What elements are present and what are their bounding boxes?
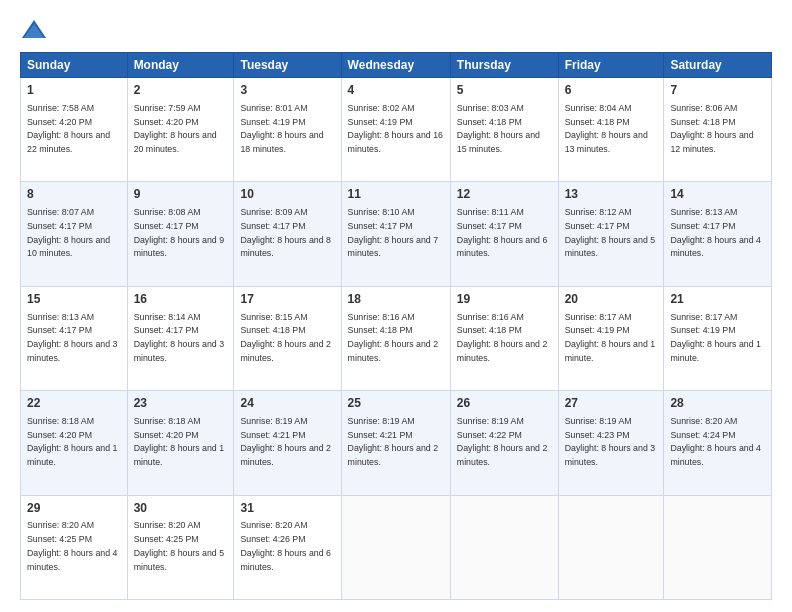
header	[20, 16, 772, 44]
col-wednesday: Wednesday	[341, 53, 450, 78]
col-thursday: Thursday	[450, 53, 558, 78]
day-info: Sunrise: 8:20 AMSunset: 4:25 PMDaylight:…	[134, 520, 224, 571]
calendar-cell: 9 Sunrise: 8:08 AMSunset: 4:17 PMDayligh…	[127, 182, 234, 286]
calendar-week-4: 22 Sunrise: 8:18 AMSunset: 4:20 PMDaylig…	[21, 391, 772, 495]
day-number: 8	[27, 186, 121, 203]
calendar-cell: 19 Sunrise: 8:16 AMSunset: 4:18 PMDaylig…	[450, 286, 558, 390]
day-number: 7	[670, 82, 765, 99]
day-number: 23	[134, 395, 228, 412]
calendar-cell: 14 Sunrise: 8:13 AMSunset: 4:17 PMDaylig…	[664, 182, 772, 286]
day-number: 20	[565, 291, 658, 308]
day-info: Sunrise: 8:12 AMSunset: 4:17 PMDaylight:…	[565, 207, 655, 258]
day-info: Sunrise: 8:04 AMSunset: 4:18 PMDaylight:…	[565, 103, 648, 154]
day-info: Sunrise: 8:18 AMSunset: 4:20 PMDaylight:…	[134, 416, 224, 467]
day-number: 25	[348, 395, 444, 412]
calendar-cell: 1 Sunrise: 7:58 AMSunset: 4:20 PMDayligh…	[21, 78, 128, 182]
day-number: 24	[240, 395, 334, 412]
day-info: Sunrise: 8:19 AMSunset: 4:21 PMDaylight:…	[348, 416, 438, 467]
calendar-cell	[450, 495, 558, 599]
day-info: Sunrise: 8:20 AMSunset: 4:26 PMDaylight:…	[240, 520, 330, 571]
day-info: Sunrise: 8:16 AMSunset: 4:18 PMDaylight:…	[457, 312, 547, 363]
day-info: Sunrise: 8:20 AMSunset: 4:24 PMDaylight:…	[670, 416, 760, 467]
calendar-cell: 11 Sunrise: 8:10 AMSunset: 4:17 PMDaylig…	[341, 182, 450, 286]
col-friday: Friday	[558, 53, 664, 78]
day-info: Sunrise: 8:01 AMSunset: 4:19 PMDaylight:…	[240, 103, 323, 154]
calendar-cell: 18 Sunrise: 8:16 AMSunset: 4:18 PMDaylig…	[341, 286, 450, 390]
day-number: 15	[27, 291, 121, 308]
calendar-cell	[664, 495, 772, 599]
day-info: Sunrise: 8:02 AMSunset: 4:19 PMDaylight:…	[348, 103, 443, 154]
calendar-cell	[341, 495, 450, 599]
day-number: 16	[134, 291, 228, 308]
day-info: Sunrise: 8:17 AMSunset: 4:19 PMDaylight:…	[565, 312, 655, 363]
day-info: Sunrise: 8:19 AMSunset: 4:23 PMDaylight:…	[565, 416, 655, 467]
calendar-cell: 15 Sunrise: 8:13 AMSunset: 4:17 PMDaylig…	[21, 286, 128, 390]
calendar-week-5: 29 Sunrise: 8:20 AMSunset: 4:25 PMDaylig…	[21, 495, 772, 599]
logo	[20, 16, 52, 44]
day-number: 5	[457, 82, 552, 99]
calendar-cell: 7 Sunrise: 8:06 AMSunset: 4:18 PMDayligh…	[664, 78, 772, 182]
calendar-cell: 26 Sunrise: 8:19 AMSunset: 4:22 PMDaylig…	[450, 391, 558, 495]
calendar-header: Sunday Monday Tuesday Wednesday Thursday…	[21, 53, 772, 78]
calendar-body: 1 Sunrise: 7:58 AMSunset: 4:20 PMDayligh…	[21, 78, 772, 600]
day-number: 17	[240, 291, 334, 308]
day-info: Sunrise: 8:19 AMSunset: 4:22 PMDaylight:…	[457, 416, 547, 467]
day-info: Sunrise: 8:15 AMSunset: 4:18 PMDaylight:…	[240, 312, 330, 363]
page: Sunday Monday Tuesday Wednesday Thursday…	[0, 0, 792, 612]
day-number: 26	[457, 395, 552, 412]
day-info: Sunrise: 8:19 AMSunset: 4:21 PMDaylight:…	[240, 416, 330, 467]
day-info: Sunrise: 8:17 AMSunset: 4:19 PMDaylight:…	[670, 312, 760, 363]
day-info: Sunrise: 8:10 AMSunset: 4:17 PMDaylight:…	[348, 207, 438, 258]
day-number: 13	[565, 186, 658, 203]
calendar-cell: 3 Sunrise: 8:01 AMSunset: 4:19 PMDayligh…	[234, 78, 341, 182]
day-number: 1	[27, 82, 121, 99]
calendar-cell: 31 Sunrise: 8:20 AMSunset: 4:26 PMDaylig…	[234, 495, 341, 599]
day-number: 21	[670, 291, 765, 308]
day-info: Sunrise: 8:08 AMSunset: 4:17 PMDaylight:…	[134, 207, 224, 258]
day-info: Sunrise: 7:59 AMSunset: 4:20 PMDaylight:…	[134, 103, 217, 154]
calendar-cell: 22 Sunrise: 8:18 AMSunset: 4:20 PMDaylig…	[21, 391, 128, 495]
day-number: 30	[134, 500, 228, 517]
day-number: 19	[457, 291, 552, 308]
day-info: Sunrise: 8:11 AMSunset: 4:17 PMDaylight:…	[457, 207, 547, 258]
day-info: Sunrise: 8:16 AMSunset: 4:18 PMDaylight:…	[348, 312, 438, 363]
calendar-cell: 23 Sunrise: 8:18 AMSunset: 4:20 PMDaylig…	[127, 391, 234, 495]
calendar-cell: 13 Sunrise: 8:12 AMSunset: 4:17 PMDaylig…	[558, 182, 664, 286]
calendar-cell: 4 Sunrise: 8:02 AMSunset: 4:19 PMDayligh…	[341, 78, 450, 182]
col-tuesday: Tuesday	[234, 53, 341, 78]
day-number: 9	[134, 186, 228, 203]
col-monday: Monday	[127, 53, 234, 78]
calendar-cell: 5 Sunrise: 8:03 AMSunset: 4:18 PMDayligh…	[450, 78, 558, 182]
day-number: 12	[457, 186, 552, 203]
calendar-cell: 16 Sunrise: 8:14 AMSunset: 4:17 PMDaylig…	[127, 286, 234, 390]
day-number: 28	[670, 395, 765, 412]
day-info: Sunrise: 8:13 AMSunset: 4:17 PMDaylight:…	[670, 207, 760, 258]
day-number: 6	[565, 82, 658, 99]
calendar-cell: 12 Sunrise: 8:11 AMSunset: 4:17 PMDaylig…	[450, 182, 558, 286]
day-number: 31	[240, 500, 334, 517]
calendar-cell: 28 Sunrise: 8:20 AMSunset: 4:24 PMDaylig…	[664, 391, 772, 495]
day-number: 4	[348, 82, 444, 99]
logo-icon	[20, 16, 48, 44]
calendar-cell: 6 Sunrise: 8:04 AMSunset: 4:18 PMDayligh…	[558, 78, 664, 182]
day-number: 2	[134, 82, 228, 99]
calendar-week-1: 1 Sunrise: 7:58 AMSunset: 4:20 PMDayligh…	[21, 78, 772, 182]
col-saturday: Saturday	[664, 53, 772, 78]
day-info: Sunrise: 8:20 AMSunset: 4:25 PMDaylight:…	[27, 520, 117, 571]
day-info: Sunrise: 8:18 AMSunset: 4:20 PMDaylight:…	[27, 416, 117, 467]
day-info: Sunrise: 8:13 AMSunset: 4:17 PMDaylight:…	[27, 312, 117, 363]
calendar-cell: 17 Sunrise: 8:15 AMSunset: 4:18 PMDaylig…	[234, 286, 341, 390]
calendar-cell: 10 Sunrise: 8:09 AMSunset: 4:17 PMDaylig…	[234, 182, 341, 286]
day-info: Sunrise: 8:07 AMSunset: 4:17 PMDaylight:…	[27, 207, 110, 258]
calendar-table: Sunday Monday Tuesday Wednesday Thursday…	[20, 52, 772, 600]
calendar-cell: 8 Sunrise: 8:07 AMSunset: 4:17 PMDayligh…	[21, 182, 128, 286]
calendar-cell: 20 Sunrise: 8:17 AMSunset: 4:19 PMDaylig…	[558, 286, 664, 390]
day-info: Sunrise: 8:06 AMSunset: 4:18 PMDaylight:…	[670, 103, 753, 154]
calendar-cell: 25 Sunrise: 8:19 AMSunset: 4:21 PMDaylig…	[341, 391, 450, 495]
day-number: 22	[27, 395, 121, 412]
header-row: Sunday Monday Tuesday Wednesday Thursday…	[21, 53, 772, 78]
day-info: Sunrise: 8:03 AMSunset: 4:18 PMDaylight:…	[457, 103, 540, 154]
day-number: 29	[27, 500, 121, 517]
calendar-week-3: 15 Sunrise: 8:13 AMSunset: 4:17 PMDaylig…	[21, 286, 772, 390]
day-number: 27	[565, 395, 658, 412]
